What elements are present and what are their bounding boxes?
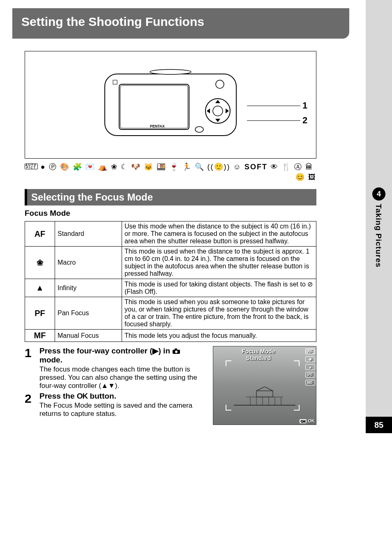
lcd-side-menu: AF ❀ ▲ PF MF — [305, 348, 315, 388]
table-title: Focus Mode — [25, 209, 316, 218]
step-title: Press the four-way controller (▶) in mod… — [39, 346, 205, 365]
lcd-menu-item: ▲ — [305, 364, 315, 370]
focus-desc: This mode is used when the distance to t… — [122, 247, 316, 279]
lcd-menu-item: AF — [305, 348, 315, 354]
focus-name: Manual Focus — [55, 330, 122, 342]
ok-button-label: OK — [77, 392, 88, 400]
table-row: MF Manual Focus This mode lets you adjus… — [25, 330, 316, 342]
soft-label: SOFT — [244, 163, 267, 171]
lcd-ok-hint: OK OK — [300, 418, 315, 423]
svg-point-6 — [195, 127, 203, 132]
lcd-menu-item: MF — [305, 380, 315, 385]
svg-rect-1 — [119, 84, 189, 129]
focus-name: Standard — [55, 222, 122, 247]
step-body-text: The Focus Mode setting is saved and the … — [39, 402, 205, 418]
focus-mode-table: AF Standard Use this mode when the dista… — [25, 221, 316, 342]
section-heading-bar: Selecting the Focus Mode — [25, 189, 316, 205]
focus-name: Macro — [55, 247, 122, 279]
side-tab: 4 Taking Pictures — [366, 0, 392, 433]
svg-point-3 — [150, 69, 191, 74]
focus-name: Pan Focus — [55, 297, 122, 330]
table-row: PF Pan Focus This mode is used when you … — [25, 297, 316, 330]
table-row: ❀ Macro This mode is used when the dista… — [25, 247, 316, 279]
step-2: 2 Press the OK button. The Focus Mode se… — [25, 392, 205, 418]
diagram-callout-2: 2 — [302, 115, 307, 126]
focus-sym: MF — [25, 330, 55, 342]
lcd-preview: Focus ModeStandard AF ❀ ▲ PF MF OK OK — [213, 346, 316, 425]
lcd-menu-item: ❀ — [305, 356, 315, 362]
lcd-title: Focus ModeStandard — [213, 348, 304, 361]
svg-point-7 — [216, 80, 224, 88]
focus-sym: PF — [25, 297, 55, 330]
focus-bracket-icon — [226, 360, 231, 366]
focus-desc: Use this mode when the distance to the s… — [122, 222, 316, 247]
ok-box-icon: OK — [300, 419, 307, 423]
svg-rect-13 — [256, 391, 273, 397]
camera-diagram: PENTAX 1 2 — [25, 51, 316, 159]
focus-name: Infinity — [55, 279, 122, 297]
mode-icons-tail: 👁 🍴 Ⓐ 🏛 — [270, 163, 314, 171]
focus-desc: This mode lets you adjust the focus manu… — [122, 330, 316, 342]
focus-sym: AF — [25, 222, 55, 247]
step-title: Press the OK button. — [39, 392, 205, 401]
chapter-heading-bar: Setting the Shooting Functions — [12, 8, 349, 39]
focus-desc: This mode is used for taking distant obj… — [122, 279, 316, 297]
svg-rect-10 — [175, 348, 177, 350]
diagram-callout-1: 1 — [302, 100, 307, 111]
mode-icons-line2: 😊 🖼 — [25, 172, 316, 182]
lcd-scene-icon — [234, 387, 295, 407]
focus-sym: ▲ — [25, 279, 55, 297]
chapter-number-badge: 4 — [372, 187, 385, 201]
focus-bracket-icon — [294, 360, 300, 366]
auto-pict-icon: AUTOPICT — [25, 164, 38, 170]
mode-icons: ● Ⓟ 🎨 🧩 💌 ⛺ ❀ ☾ 🐶 🐱 🍱 🍷 🏃 🔍 ((🙂)) ☺ — [41, 163, 242, 171]
step-number: 2 — [25, 392, 33, 418]
chapter-heading-text: Setting the Shooting Functions — [21, 15, 340, 29]
table-row: ▲ Infinity This mode is used for taking … — [25, 279, 316, 297]
page-number: 85 — [366, 417, 392, 433]
mode-icon-row: AUTOPICT ● Ⓟ 🎨 🧩 💌 ⛺ ❀ ☾ 🐶 🐱 🍱 🍷 🏃 🔍 ((🙂… — [25, 162, 316, 182]
focus-sym: ❀ — [25, 247, 55, 279]
step-body-text: The focus mode changes each time the but… — [39, 365, 205, 390]
camera-outline-svg: PENTAX — [97, 66, 244, 144]
step-number: 1 — [25, 346, 33, 390]
focus-desc: This mode is used when you ask someone t… — [122, 297, 316, 330]
focus-bracket-icon — [226, 405, 231, 411]
svg-point-11 — [175, 351, 178, 353]
lcd-menu-item: PF — [305, 372, 315, 378]
camera-mode-icon — [172, 348, 180, 354]
svg-point-5 — [213, 106, 223, 116]
step-1: 1 Press the four-way controller (▶) in m… — [25, 346, 205, 390]
table-row: AF Standard Use this mode when the dista… — [25, 222, 316, 247]
camera-brand-text: PENTAX — [150, 124, 165, 128]
chapter-title-vertical: Taking Pictures — [374, 204, 383, 268]
